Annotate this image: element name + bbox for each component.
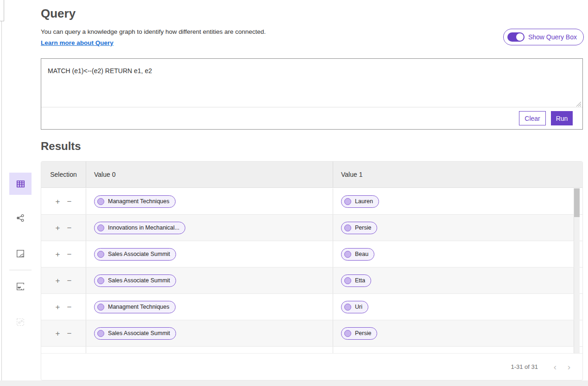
query-footer: Clear Run xyxy=(41,107,582,129)
column-header-selection: Selection xyxy=(41,162,86,187)
query-box: MATCH (e1)<--(e2) RETURN e1, e2 Clear Ru… xyxy=(41,58,583,130)
learn-more-link[interactable]: Learn more about Query xyxy=(41,39,114,46)
add-selection-button[interactable]: + xyxy=(54,276,62,286)
remove-selection-button[interactable]: − xyxy=(66,197,73,206)
entity-label: Uri xyxy=(355,304,362,310)
entity-label: Sales Associate Summit xyxy=(108,277,170,284)
column-header-value0: Value 0 xyxy=(86,162,333,187)
table-rows: + − Managment Techniques Lauren + − Inno… xyxy=(41,188,582,354)
table-row: + − Sales Associate Summit Etta xyxy=(41,268,582,294)
entity-dot-icon xyxy=(97,277,104,284)
column-header-value1: Value 1 xyxy=(333,162,582,187)
previous-page-button[interactable]: ‹ xyxy=(548,362,562,372)
entity-dot-icon xyxy=(97,330,104,337)
new-map-icon xyxy=(16,282,25,291)
entity-dot-icon xyxy=(344,330,351,337)
remove-selection-button[interactable]: − xyxy=(66,276,73,286)
row-value1-cell: Etta xyxy=(333,268,574,293)
row-value1-cell: Persie xyxy=(333,215,574,241)
table-row: + − Innovations in Mechanical... Lauren xyxy=(41,347,582,354)
entity-pill[interactable]: Innovations in Mechanical... xyxy=(94,222,185,234)
entity-label: Innovations in Mechanical... xyxy=(108,224,179,231)
toggle-knob xyxy=(516,33,524,41)
entity-pill[interactable]: Beau xyxy=(341,248,374,261)
row-value1-cell: Beau xyxy=(333,241,574,267)
add-selection-button[interactable]: + xyxy=(54,197,62,206)
toggle-switch-icon[interactable] xyxy=(507,32,525,42)
table-row: + − Managment Techniques Lauren xyxy=(41,188,582,215)
entity-dot-icon xyxy=(97,251,104,258)
show-query-box-toggle[interactable]: Show Query Box xyxy=(503,29,584,45)
pagination-bar: 1-31 of 31 ‹ › xyxy=(41,353,582,380)
table-scrollbar[interactable] xyxy=(574,188,580,354)
new-link-chart-icon xyxy=(16,318,25,326)
query-input[interactable]: MATCH (e1)<--(e2) RETURN e1, e2 xyxy=(41,59,582,106)
entity-label: Sales Associate Summit xyxy=(108,251,170,257)
row-value1-cell: Lauren xyxy=(333,347,574,354)
row-selection-cell: + − xyxy=(41,188,86,214)
add-selection-button[interactable]: + xyxy=(54,329,62,338)
row-selection-cell: + − xyxy=(41,268,86,293)
row-value1-cell: Persie xyxy=(333,320,574,346)
entity-pill[interactable]: Persie xyxy=(341,327,377,340)
sidebar-item-link-chart-view[interactable] xyxy=(9,207,32,229)
entity-pill[interactable]: Sales Associate Summit xyxy=(94,274,176,287)
entity-dot-icon xyxy=(97,304,104,311)
row-selection-cell: + − xyxy=(41,241,86,267)
scrollbar-thumb[interactable] xyxy=(574,188,580,217)
row-value0-cell: Innovations in Mechanical... xyxy=(86,215,333,241)
row-selection-cell: + − xyxy=(41,347,86,354)
entity-dot-icon xyxy=(344,304,351,311)
entity-pill[interactable]: Uri xyxy=(341,301,368,313)
entity-pill[interactable]: Sales Associate Summit xyxy=(94,327,176,340)
panel-scroll-edge xyxy=(1,21,2,380)
table-icon xyxy=(16,180,25,188)
sidebar-item-add-to-new-link-chart xyxy=(9,311,32,333)
page-title: Query xyxy=(41,6,76,21)
entity-dot-icon xyxy=(344,198,351,205)
entity-label: Managment Techniques xyxy=(108,304,170,310)
link-chart-icon xyxy=(16,214,25,222)
add-selection-button[interactable]: + xyxy=(54,223,62,233)
clear-button[interactable]: Clear xyxy=(519,111,546,125)
resize-handle-icon[interactable] xyxy=(576,100,582,106)
sidebar-item-add-to-new-map[interactable] xyxy=(9,275,32,298)
entity-pill[interactable]: Managment Techniques xyxy=(94,301,176,313)
row-value0-cell: Sales Associate Summit xyxy=(86,268,333,293)
toggle-label: Show Query Box xyxy=(528,33,577,41)
table-row: + − Sales Associate Summit Persie xyxy=(41,320,582,347)
row-selection-cell: + − xyxy=(41,320,86,346)
run-button[interactable]: Run xyxy=(551,111,573,125)
entity-label: Managment Techniques xyxy=(108,198,170,205)
table-row: + − Innovations in Mechanical... Persie xyxy=(41,215,582,241)
remove-selection-button[interactable]: − xyxy=(66,223,73,233)
remove-selection-button[interactable]: − xyxy=(66,329,73,338)
row-value1-cell: Uri xyxy=(333,294,574,320)
entity-pill[interactable]: Etta xyxy=(341,274,371,287)
row-selection-cell: + − xyxy=(41,294,86,320)
row-value0-cell: Managment Techniques xyxy=(86,294,333,320)
add-selection-button[interactable]: + xyxy=(54,302,62,312)
entity-label: Beau xyxy=(355,251,368,257)
entity-label: Lauren xyxy=(355,198,373,205)
bottom-strip xyxy=(0,380,588,386)
panel-edge-line xyxy=(4,0,4,21)
row-value0-cell: Managment Techniques xyxy=(86,188,333,214)
entity-pill[interactable]: Sales Associate Summit xyxy=(94,248,176,261)
table-row: + − Sales Associate Summit Beau xyxy=(41,241,582,268)
add-selection-button[interactable]: + xyxy=(54,249,62,259)
entity-pill[interactable]: Managment Techniques xyxy=(94,195,176,208)
results-title: Results xyxy=(41,140,81,153)
entity-pill[interactable]: Persie xyxy=(341,222,377,234)
remove-selection-button[interactable]: − xyxy=(66,249,73,259)
row-selection-cell: + − xyxy=(41,215,86,241)
entity-dot-icon xyxy=(344,251,351,258)
remove-selection-button[interactable]: − xyxy=(66,302,73,312)
next-page-button[interactable]: › xyxy=(562,362,576,372)
entity-label: Etta xyxy=(355,277,365,284)
sidebar-item-map-view[interactable] xyxy=(9,243,32,265)
sidebar-item-table-view[interactable] xyxy=(9,173,32,195)
entity-pill[interactable]: Lauren xyxy=(341,195,379,208)
entity-label: Persie xyxy=(355,224,371,231)
map-icon xyxy=(16,249,25,258)
